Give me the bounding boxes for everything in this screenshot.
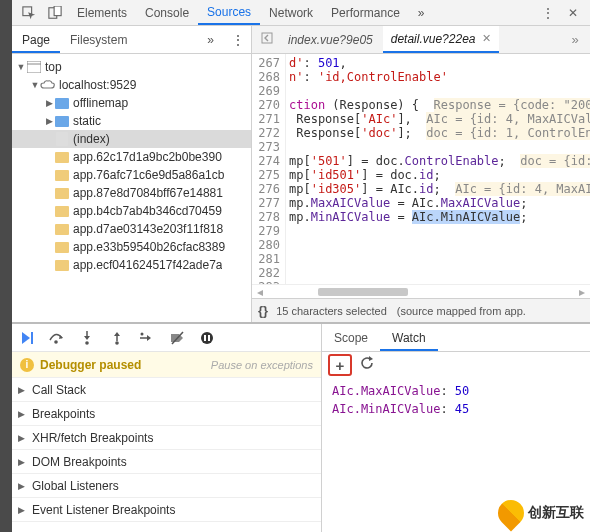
status-bar: {} 15 characters selected (source mapped… <box>252 298 590 322</box>
source-text[interactable]: d': 501,n': 'id,ControlEnable'ction (Res… <box>286 54 590 284</box>
devtools-toolbar: Elements Console Sources Network Perform… <box>12 0 590 26</box>
tab-elements[interactable]: Elements <box>68 0 136 25</box>
debugger-paused-banner: iDebugger paused Pause on exceptions <box>12 352 321 378</box>
tree-folder[interactable]: ▶offlinemap <box>12 94 251 112</box>
svg-rect-5 <box>262 33 272 43</box>
refresh-watch-icon[interactable] <box>360 356 375 374</box>
exceptions-placeholder: Pause on exceptions <box>211 359 313 371</box>
tree-file[interactable]: app.e33b59540b26cfac8389 <box>12 238 251 256</box>
tree-file-selected[interactable]: (index) <box>12 130 251 148</box>
history-back-icon[interactable] <box>256 32 278 47</box>
pause-exceptions-icon[interactable] <box>198 329 216 347</box>
tab-filesystem[interactable]: Filesystem <box>60 26 137 53</box>
device-icon[interactable] <box>42 1 68 25</box>
debug-section[interactable]: ▶Global Listeners <box>12 474 321 498</box>
close-icon[interactable]: ✕ <box>560 1 586 25</box>
tree-file[interactable]: app.62c17d1a9bc2b0be390 <box>12 148 251 166</box>
svg-rect-3 <box>27 61 41 73</box>
tree-file[interactable]: app.b4cb7ab4b346cd70459 <box>12 202 251 220</box>
debug-section[interactable]: ▶Breakpoints <box>12 402 321 426</box>
tab-scope[interactable]: Scope <box>322 324 380 351</box>
tab-watch[interactable]: Watch <box>380 324 438 351</box>
source-tab[interactable]: index.vue?9e05 <box>280 26 381 53</box>
svg-rect-2 <box>54 6 61 16</box>
watermark: 创新互联 <box>498 500 584 526</box>
step-into-icon[interactable] <box>78 329 96 347</box>
debugger-toolbar <box>12 324 321 352</box>
code-editor[interactable]: 2672682692702712722732742752762772782792… <box>252 54 590 284</box>
tree-top[interactable]: ▼top <box>12 58 251 76</box>
navigator-tabs: Page Filesystem » ⋮ <box>12 26 251 54</box>
debug-section[interactable]: ▶Call Stack <box>12 378 321 402</box>
panel-tabs: Elements Console Sources Network Perform… <box>68 0 534 25</box>
source-tab-active[interactable]: detail.vue?22ea✕ <box>383 26 499 53</box>
tab-page[interactable]: Page <box>12 26 60 53</box>
tab-sources[interactable]: Sources <box>198 0 260 25</box>
tab-more[interactable]: » <box>409 0 434 25</box>
source-map-info: (source mapped from app. <box>397 305 526 317</box>
svg-rect-16 <box>204 335 206 341</box>
source-tabs: index.vue?9e05 detail.vue?22ea✕ » <box>252 26 590 54</box>
pretty-print-icon[interactable]: {} <box>258 303 268 318</box>
tree-file[interactable]: app.d7ae03143e203f11f818 <box>12 220 251 238</box>
tree-file[interactable]: app.ecf041624517f42ade7a <box>12 256 251 274</box>
debugger-pane: iDebugger paused Pause on exceptions ▶Ca… <box>12 324 322 532</box>
editor-pane: index.vue?9e05 detail.vue?22ea✕ » 267268… <box>252 26 590 322</box>
watch-item[interactable]: AIc.MaxAICValue: 50 <box>332 384 580 402</box>
close-tab-icon[interactable]: ✕ <box>482 32 491 45</box>
horizontal-scrollbar[interactable]: ◂ ▸ <box>252 284 590 298</box>
watch-tabs: Scope Watch <box>322 324 590 352</box>
resume-icon[interactable] <box>18 329 36 347</box>
svg-point-9 <box>85 341 89 345</box>
watch-list: AIc.MaxAICValue: 50AIc.MinAICValue: 45 <box>322 378 590 426</box>
svg-rect-6 <box>31 332 33 344</box>
line-gutter: 2672682692702712722732742752762772782792… <box>252 54 286 284</box>
tree-file[interactable]: app.87e8d7084bff67e14881 <box>12 184 251 202</box>
navigator-pane: Page Filesystem » ⋮ ▼top ▼localhost:9529… <box>12 26 252 322</box>
tab-console[interactable]: Console <box>136 0 198 25</box>
svg-rect-17 <box>208 335 210 341</box>
step-out-icon[interactable] <box>108 329 126 347</box>
navigator-menu-icon[interactable]: ⋮ <box>224 26 251 53</box>
debug-section[interactable]: ▶DOM Breakpoints <box>12 450 321 474</box>
add-watch-button[interactable]: + <box>328 354 352 376</box>
tree-folder[interactable]: ▶static <box>12 112 251 130</box>
selection-status: 15 characters selected <box>276 305 387 317</box>
info-icon: i <box>20 358 34 372</box>
watch-toolbar: + <box>322 352 590 378</box>
watch-item[interactable]: AIc.MinAICValue: 45 <box>332 402 580 420</box>
inspect-icon[interactable] <box>16 1 42 25</box>
tabs-overflow[interactable]: » <box>564 32 586 47</box>
debug-section[interactable]: ▶XHR/fetch Breakpoints <box>12 426 321 450</box>
overflow-icon[interactable]: ⋮ <box>534 1 560 25</box>
step-icon[interactable] <box>138 329 156 347</box>
tab-overflow[interactable]: » <box>197 26 224 53</box>
svg-point-7 <box>54 340 58 344</box>
watermark-logo-icon <box>498 500 524 526</box>
deactivate-breakpoints-icon[interactable] <box>168 329 186 347</box>
svg-point-13 <box>141 332 144 335</box>
file-tree: ▼top ▼localhost:9529 ▶offlinemap ▶static… <box>12 54 251 322</box>
tree-origin[interactable]: ▼localhost:9529 <box>12 76 251 94</box>
tab-network[interactable]: Network <box>260 0 322 25</box>
step-over-icon[interactable] <box>48 329 66 347</box>
debug-section[interactable]: ▶Event Listener Breakpoints <box>12 498 321 522</box>
svg-point-15 <box>201 332 213 344</box>
tree-file[interactable]: app.76afc71c6e9d5a86a1cb <box>12 166 251 184</box>
tab-performance[interactable]: Performance <box>322 0 409 25</box>
svg-point-11 <box>115 341 119 345</box>
